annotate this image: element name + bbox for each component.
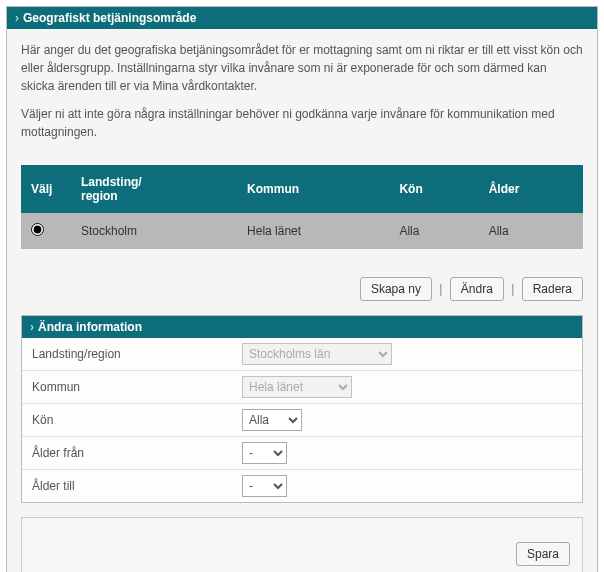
panel-header: ›Geografiskt betjäningsområde [7,7,597,29]
col-kon: Kön [389,165,478,213]
save-row: Spara [21,517,583,572]
intro-text: Här anger du det geografiska betjäningso… [7,29,597,159]
panel-title: Geografiskt betjäningsområde [23,11,196,25]
cell-kon: Alla [389,213,478,249]
select-kommun[interactable]: Hela länet [242,376,352,398]
intro-paragraph-2: Väljer ni att inte göra några inställnin… [21,105,583,141]
label-aldertill: Ålder till [32,479,242,493]
col-kommun: Kommun [237,165,389,213]
form-row-kommun: Kommun Hela länet [22,371,582,404]
create-new-button[interactable]: Skapa ny [360,277,432,301]
col-landsting: Landsting/ region [71,165,237,213]
cell-landsting: Stockholm [71,213,237,249]
col-select: Välj [21,165,71,213]
row-select-radio[interactable] [31,223,44,236]
area-table: Välj Landsting/ region Kommun Kön Ålder … [21,165,583,249]
form-row-alderfran: Ålder från - [22,437,582,470]
form-row-landsting: Landsting/region Stockholms län [22,338,582,371]
intro-paragraph-1: Här anger du det geografiska betjäningso… [21,41,583,95]
select-alderfran[interactable]: - [242,442,287,464]
label-landsting: Landsting/region [32,347,242,361]
edit-button[interactable]: Ändra [450,277,504,301]
edit-info-body: Landsting/region Stockholms län Kommun H… [22,338,582,502]
row-select-cell [21,213,71,249]
save-button[interactable]: Spara [516,542,570,566]
col-alder: Ålder [479,165,583,213]
delete-button[interactable]: Radera [522,277,583,301]
table-header-row: Välj Landsting/ region Kommun Kön Ålder [21,165,583,213]
geographic-service-area-panel: ›Geografiskt betjäningsområde Här anger … [6,6,598,572]
chevron-right-icon: › [15,11,19,25]
separator: | [439,282,442,296]
select-kon[interactable]: Alla [242,409,302,431]
table-row[interactable]: Stockholm Hela länet Alla Alla [21,213,583,249]
cell-kommun: Hela länet [237,213,389,249]
edit-info-header: ›Ändra information [22,316,582,338]
form-row-aldertill: Ålder till - [22,470,582,502]
action-buttons: Skapa ny | Ändra | Radera [7,249,597,315]
separator: | [511,282,514,296]
form-row-kon: Kön Alla [22,404,582,437]
label-alderfran: Ålder från [32,446,242,460]
cell-alder: Alla [479,213,583,249]
edit-info-panel: ›Ändra information Landsting/region Stoc… [21,315,583,503]
label-kon: Kön [32,413,242,427]
chevron-right-icon: › [30,320,34,334]
select-aldertill[interactable]: - [242,475,287,497]
label-kommun: Kommun [32,380,242,394]
select-landsting[interactable]: Stockholms län [242,343,392,365]
edit-info-title: Ändra information [38,320,142,334]
